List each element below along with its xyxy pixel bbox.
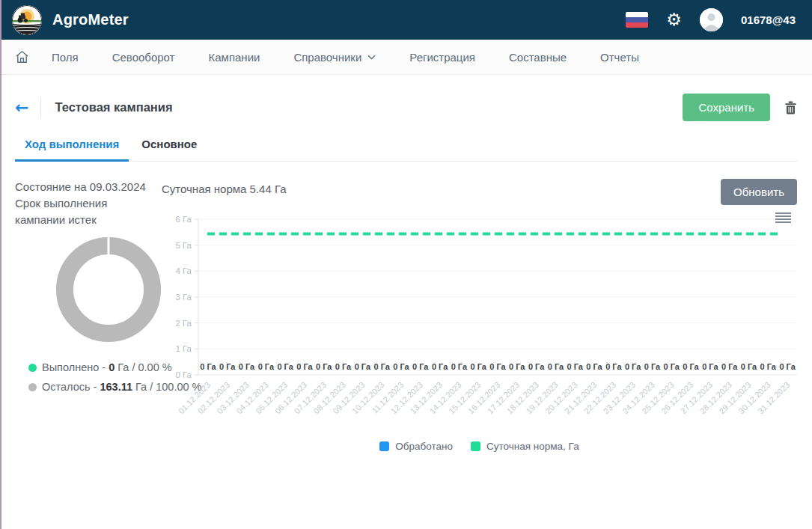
svg-text:0 Га: 0 Га: [528, 362, 545, 371]
svg-text:0 Га: 0 Га: [779, 362, 796, 371]
svg-text:0 Га: 0 Га: [277, 362, 293, 371]
bar-chart-legend: Обработано Суточная норма, Га: [162, 441, 797, 452]
svg-text:0 Га: 0 Га: [219, 362, 236, 371]
svg-text:0 Га: 0 Га: [760, 362, 777, 371]
svg-text:0 Га: 0 Га: [721, 362, 738, 371]
tabs-row: Ход выполнения Основное: [15, 138, 797, 162]
title-divider: [40, 97, 41, 118]
remaining-dot-icon: [28, 383, 37, 391]
svg-text:0 Га: 0 Га: [239, 362, 255, 371]
svg-text:0 Га: 0 Га: [373, 362, 390, 371]
title-row: ← Тестовая кампания Сохранить: [15, 75, 797, 138]
chart-menu-icon[interactable]: [775, 212, 791, 224]
daily-norm-swatch-icon: [471, 441, 480, 451]
donut-legend-remaining: Осталось - 163.11 Га / 100.00 %: [28, 381, 162, 393]
svg-text:0 Га: 0 Га: [316, 362, 332, 371]
user-avatar[interactable]: [700, 8, 723, 31]
svg-text:2 Га: 2 Га: [175, 319, 192, 328]
nav-item-fields[interactable]: Поля: [52, 51, 79, 64]
svg-text:0 Га: 0 Га: [258, 362, 275, 371]
svg-text:0 Га: 0 Га: [509, 362, 525, 371]
save-button[interactable]: Сохранить: [683, 94, 770, 121]
username-label[interactable]: 01678@43: [741, 13, 796, 26]
tab-main[interactable]: Основное: [132, 138, 207, 162]
svg-text:0 Га: 0 Га: [683, 362, 699, 371]
progress-section: Состояние на 09.03.2024 Срок выполнения …: [15, 179, 797, 452]
svg-text:0 Га: 0 Га: [175, 370, 192, 379]
nav-item-registration[interactable]: Регистрация: [409, 51, 475, 64]
daily-norm-label: Суточная норма 5.44 Га: [162, 181, 287, 198]
svg-text:0 Га: 0 Га: [741, 362, 757, 371]
chart-header: Суточная норма 5.44 Га Обновить: [162, 179, 797, 198]
svg-text:0 Га: 0 Га: [335, 362, 352, 371]
main-nav: Поля Севооборот Кампании Справочники Рег…: [0, 40, 812, 75]
svg-text:0 Га: 0 Га: [664, 362, 680, 371]
nav-item-crop-rotation[interactable]: Севооборот: [112, 51, 175, 64]
donut-legend-completed: Выполнено - 0 Га / 0.00 %: [28, 361, 162, 373]
settings-gear-icon[interactable]: ⚙: [666, 11, 682, 28]
svg-text:0 Га: 0 Га: [470, 362, 486, 371]
svg-text:4 Га: 4 Га: [175, 266, 192, 275]
data-labels: 0 Га0 Га0 Га0 Га0 Га0 Га0 Га0 Га0 Га0 Га…: [200, 362, 796, 371]
svg-text:0 Га: 0 Га: [548, 362, 564, 371]
y-axis: 6 Га5 Га4 Га3 Га2 Га1 Га0 Га: [175, 215, 797, 379]
svg-text:0 Га: 0 Га: [393, 362, 409, 371]
trash-icon: [784, 101, 797, 114]
status-date: Состояние на 09.03.2024: [15, 179, 162, 195]
donut-legend: Выполнено - 0 Га / 0.00 % Осталось - 163…: [28, 361, 162, 393]
nav-home[interactable]: [15, 50, 29, 64]
nav-item-reports[interactable]: Отчеты: [600, 51, 639, 64]
app-header: AgroMeter ⚙ 01678@43: [0, 0, 812, 40]
svg-text:0 Га: 0 Га: [605, 362, 622, 371]
svg-text:0 Га: 0 Га: [489, 362, 506, 371]
status-expired-1: Срок выполнения: [15, 195, 162, 212]
header-right: ⚙ 01678@43: [626, 8, 796, 31]
progress-left-column: Состояние на 09.03.2024 Срок выполнения …: [15, 179, 162, 452]
legend-item-daily-norm[interactable]: Суточная норма, Га: [471, 441, 579, 452]
refresh-button[interactable]: Обновить: [721, 179, 797, 205]
svg-text:0 Га: 0 Га: [586, 362, 602, 371]
status-expired-2: кампании истек: [15, 212, 162, 228]
bar-chart: 6 Га5 Га4 Га3 Га2 Га1 Га0 Га0 Га0 Га0 Га…: [162, 209, 797, 436]
chevron-down-icon: [367, 55, 376, 60]
x-axis-labels: 01.12.202302.12.202303.12.202304.12.2023…: [177, 380, 792, 415]
nav-item-directories[interactable]: Справочники: [293, 51, 376, 64]
language-flag-russia[interactable]: [626, 12, 648, 28]
svg-text:1 Га: 1 Га: [175, 344, 192, 353]
processed-swatch-icon: [379, 441, 389, 451]
svg-text:0 Га: 0 Га: [625, 362, 641, 371]
svg-text:0 Га: 0 Га: [412, 362, 429, 371]
svg-text:0 Га: 0 Га: [702, 362, 718, 371]
svg-text:0 Га: 0 Га: [296, 362, 313, 371]
back-button[interactable]: ←: [15, 100, 28, 116]
svg-text:0 Га: 0 Га: [644, 362, 661, 371]
delete-button[interactable]: [784, 101, 797, 114]
svg-text:0 Га: 0 Га: [567, 362, 584, 371]
svg-text:3 Га: 3 Га: [175, 293, 192, 302]
donut-chart: [56, 237, 161, 342]
svg-text:5 Га: 5 Га: [175, 241, 192, 250]
svg-text:0 Га: 0 Га: [451, 362, 468, 371]
nav-item-campaigns[interactable]: Кампании: [209, 51, 260, 64]
svg-text:0 Га: 0 Га: [355, 362, 371, 371]
svg-text:6 Га: 6 Га: [175, 215, 192, 224]
completed-dot-icon: [28, 364, 37, 372]
window-edge: [0, 0, 1, 529]
home-icon: [15, 50, 29, 64]
progress-right-column: Суточная норма 5.44 Га Обновить 6 Га5 Га…: [162, 179, 797, 452]
svg-text:0 Га: 0 Га: [432, 362, 448, 371]
legend-item-processed[interactable]: Обработано: [379, 441, 453, 452]
svg-text:0 Га: 0 Га: [200, 362, 216, 371]
agrometer-logo-icon: [12, 5, 42, 35]
page-title: Тестовая кампания: [55, 100, 172, 114]
tab-progress[interactable]: Ход выполнения: [15, 138, 129, 162]
app-title: AgroMeter: [52, 11, 129, 28]
nav-item-composites[interactable]: Составные: [509, 51, 567, 64]
